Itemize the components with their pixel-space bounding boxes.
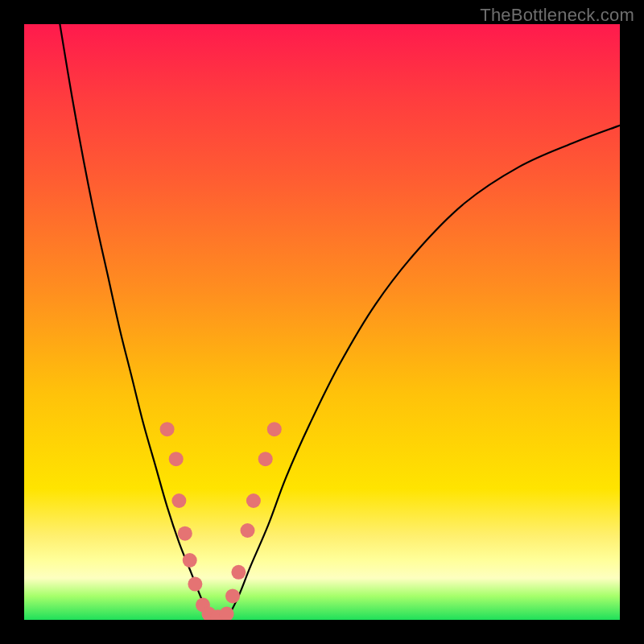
- chart-plot-area: [24, 24, 620, 620]
- curve-left-curve: [60, 24, 212, 620]
- marker-dot: [220, 607, 234, 620]
- marker-dot: [183, 553, 197, 568]
- marker-dot: [201, 607, 216, 620]
- marker-dot: [267, 422, 282, 436]
- marker-dot: [160, 422, 175, 436]
- watermark-text: TheBottleneck.com: [480, 5, 634, 26]
- curve-right-curve: [227, 126, 620, 620]
- marker-dot: [196, 598, 210, 613]
- chart-svg: [24, 24, 620, 620]
- marker-dot: [178, 526, 192, 541]
- chart-frame: TheBottleneck.com: [0, 0, 644, 644]
- marker-dot: [171, 493, 186, 508]
- marker-dot: [258, 452, 273, 466]
- marker-dot: [169, 452, 184, 466]
- marker-dot: [231, 565, 246, 580]
- marker-dot: [211, 609, 225, 620]
- marker-dot: [188, 577, 202, 592]
- marker-dot: [246, 493, 261, 508]
- marker-dot: [241, 523, 255, 538]
- marker-dot: [225, 588, 240, 603]
